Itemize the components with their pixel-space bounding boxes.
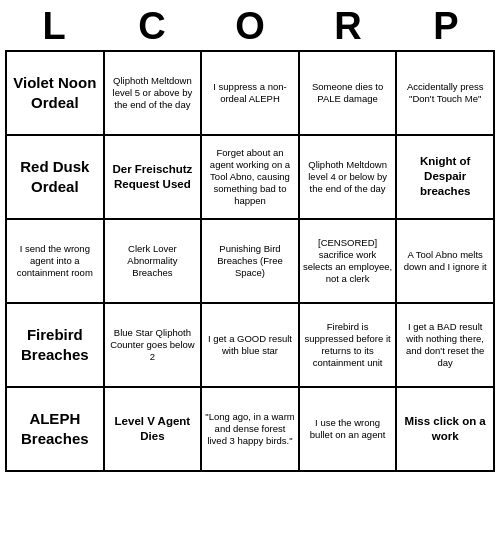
cell-text-20: ALEPH Breaches — [10, 409, 100, 448]
bingo-cell-4[interactable]: Accidentally press "Don't Touch Me" — [397, 52, 495, 136]
bingo-cell-21[interactable]: Level V Agent Dies — [105, 388, 203, 472]
bingo-cell-5[interactable]: Red Dusk Ordeal — [7, 136, 105, 220]
bingo-card: LCORP Violet Noon OrdealQliphoth Meltdow… — [5, 4, 495, 472]
cell-text-22: "Long ago, in a warm and dense forest li… — [205, 411, 295, 447]
cell-text-24: Miss click on a work — [400, 414, 490, 444]
bingo-cell-24[interactable]: Miss click on a work — [397, 388, 495, 472]
cell-text-12: Punishing Bird Breaches (Free Space) — [205, 243, 295, 279]
header-letter-o: O — [201, 4, 299, 50]
bingo-cell-19[interactable]: I get a BAD result with nothing there, a… — [397, 304, 495, 388]
cell-text-5: Red Dusk Ordeal — [10, 157, 100, 196]
cell-text-0: Violet Noon Ordeal — [10, 73, 100, 112]
bingo-cell-13[interactable]: [CENSORED] sacrifice work selects an emp… — [300, 220, 398, 304]
bingo-cell-0[interactable]: Violet Noon Ordeal — [7, 52, 105, 136]
bingo-cell-14[interactable]: A Tool Abno melts down and I ignore it — [397, 220, 495, 304]
bingo-cell-22[interactable]: "Long ago, in a warm and dense forest li… — [202, 388, 300, 472]
cell-text-16: Blue Star Qliphoth Counter goes below 2 — [108, 327, 198, 363]
cell-text-18: Firebird is suppressed before it returns… — [303, 321, 393, 369]
header-letter-c: C — [103, 4, 201, 50]
cell-text-4: Accidentally press "Don't Touch Me" — [400, 81, 490, 105]
header-letter-l: L — [5, 4, 103, 50]
header-letter-p: P — [397, 4, 495, 50]
cell-text-19: I get a BAD result with nothing there, a… — [400, 321, 490, 369]
bingo-cell-16[interactable]: Blue Star Qliphoth Counter goes below 2 — [105, 304, 203, 388]
header-row: LCORP — [5, 4, 495, 50]
cell-text-15: Firebird Breaches — [10, 325, 100, 364]
cell-text-11: Clerk Lover Abnormality Breaches — [108, 243, 198, 279]
bingo-cell-10[interactable]: I send the wrong agent into a containmen… — [7, 220, 105, 304]
cell-text-14: A Tool Abno melts down and I ignore it — [400, 249, 490, 273]
bingo-cell-2[interactable]: I suppress a non-ordeal ALEPH — [202, 52, 300, 136]
bingo-cell-3[interactable]: Someone dies to PALE damage — [300, 52, 398, 136]
cell-text-1: Qliphoth Meltdown level 5 or above by th… — [108, 75, 198, 111]
bingo-cell-8[interactable]: Qliphoth Meltdown level 4 or below by th… — [300, 136, 398, 220]
bingo-cell-9[interactable]: Knight of Despair breaches — [397, 136, 495, 220]
bingo-cell-17[interactable]: I get a GOOD result with blue star — [202, 304, 300, 388]
cell-text-3: Someone dies to PALE damage — [303, 81, 393, 105]
header-letter-r: R — [299, 4, 397, 50]
cell-text-21: Level V Agent Dies — [108, 414, 198, 444]
cell-text-2: I suppress a non-ordeal ALEPH — [205, 81, 295, 105]
bingo-cell-6[interactable]: Der Freischutz Request Used — [105, 136, 203, 220]
bingo-cell-20[interactable]: ALEPH Breaches — [7, 388, 105, 472]
bingo-cell-11[interactable]: Clerk Lover Abnormality Breaches — [105, 220, 203, 304]
cell-text-9: Knight of Despair breaches — [400, 154, 490, 199]
bingo-cell-12[interactable]: Punishing Bird Breaches (Free Space) — [202, 220, 300, 304]
cell-text-8: Qliphoth Meltdown level 4 or below by th… — [303, 159, 393, 195]
bingo-cell-23[interactable]: I use the wrong bullet on an agent — [300, 388, 398, 472]
cell-text-6: Der Freischutz Request Used — [108, 162, 198, 192]
bingo-grid: Violet Noon OrdealQliphoth Meltdown leve… — [5, 50, 495, 472]
cell-text-17: I get a GOOD result with blue star — [205, 333, 295, 357]
cell-text-13: [CENSORED] sacrifice work selects an emp… — [303, 237, 393, 285]
bingo-cell-15[interactable]: Firebird Breaches — [7, 304, 105, 388]
bingo-cell-7[interactable]: Forget about an agent working on a Tool … — [202, 136, 300, 220]
cell-text-10: I send the wrong agent into a containmen… — [10, 243, 100, 279]
bingo-cell-18[interactable]: Firebird is suppressed before it returns… — [300, 304, 398, 388]
bingo-cell-1[interactable]: Qliphoth Meltdown level 5 or above by th… — [105, 52, 203, 136]
cell-text-7: Forget about an agent working on a Tool … — [205, 147, 295, 206]
cell-text-23: I use the wrong bullet on an agent — [303, 417, 393, 441]
